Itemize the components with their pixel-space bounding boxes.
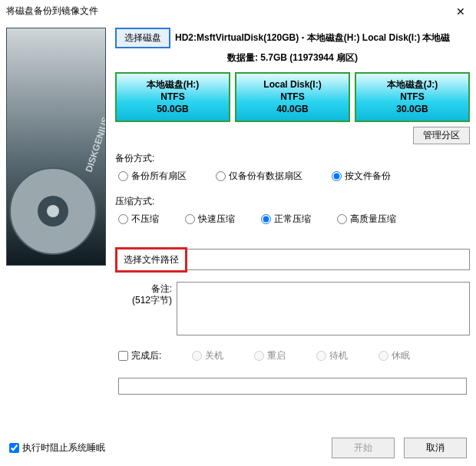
- progress-bar: [118, 378, 467, 395]
- window-title: 将磁盘备份到镜像文件: [6, 5, 451, 18]
- content: DISKGENIUS 选择磁盘 HD2:MsftVirtualDisk(120G…: [0, 23, 476, 395]
- disk-select-row: 选择磁盘 HD2:MsftVirtualDisk(120GB) - 本地磁盘(H…: [115, 28, 470, 48]
- select-path-button[interactable]: 选择文件路径: [115, 247, 187, 273]
- start-button[interactable]: 开始: [332, 438, 395, 458]
- compress-opt-high[interactable]: 高质量压缩: [337, 213, 396, 226]
- disk-illustration-icon: DISKGENIUS: [7, 111, 106, 265]
- partition-size: 30.0GB: [359, 103, 465, 115]
- after-opt-hibernate[interactable]: 休眠: [378, 349, 410, 362]
- backup-opt-data[interactable]: 仅备份有数据扇区: [216, 170, 302, 183]
- cancel-button[interactable]: 取消: [404, 438, 467, 458]
- after-opt-shutdown[interactable]: 关机: [192, 349, 223, 362]
- after-opt-restart[interactable]: 重启: [254, 349, 286, 362]
- after-done-checkbox[interactable]: 完成后:: [118, 349, 161, 362]
- partition-size: 50.0GB: [120, 103, 226, 115]
- partition-name: 本地磁盘(J:): [359, 78, 465, 91]
- remark-label: 备注: (512字节): [115, 282, 177, 335]
- sidebar-image: DISKGENIUS: [6, 28, 106, 266]
- disk-info-text: HD2:MsftVirtualDisk(120GB) - 本地磁盘(H:) Lo…: [175, 31, 450, 45]
- partition-i[interactable]: Local Disk(I:) NTFS 40.0GB: [235, 72, 350, 122]
- after-opt-standby[interactable]: 待机: [316, 349, 348, 362]
- backup-opt-file[interactable]: 按文件备份: [332, 170, 391, 183]
- partition-fs: NTFS: [359, 91, 465, 103]
- remark-textarea[interactable]: [177, 282, 470, 335]
- manage-row: 管理分区: [115, 127, 470, 144]
- compress-mode-label: 压缩方式:: [115, 195, 470, 208]
- remark-row: 备注: (512字节): [115, 282, 470, 335]
- backup-opt-all[interactable]: 备份所有扇区: [118, 170, 187, 183]
- data-size-label: 数据量:: [227, 52, 258, 63]
- close-icon[interactable]: ✕: [451, 5, 470, 18]
- partition-fs: NTFS: [120, 91, 226, 103]
- footer: 执行时阻止系统睡眠 开始 取消: [9, 438, 467, 458]
- compress-opt-normal[interactable]: 正常压缩: [261, 213, 311, 226]
- backup-mode-options: 备份所有扇区 仅备份有数据扇区 按文件备份: [115, 168, 470, 190]
- select-disk-button[interactable]: 选择磁盘: [115, 28, 170, 48]
- partition-bar: 本地磁盘(H:) NTFS 50.0GB Local Disk(I:) NTFS…: [115, 72, 470, 122]
- data-size: 数据量: 5.7GB (11973944 扇区): [115, 51, 470, 64]
- prevent-sleep-checkbox[interactable]: 执行时阻止系统睡眠: [9, 441, 105, 454]
- file-path-row: 选择文件路径: [115, 247, 470, 273]
- compress-mode-options: 不压缩 快速压缩 正常压缩 高质量压缩: [115, 211, 470, 233]
- main-panel: 选择磁盘 HD2:MsftVirtualDisk(120GB) - 本地磁盘(H…: [106, 28, 470, 395]
- compress-opt-fast[interactable]: 快速压缩: [185, 213, 235, 226]
- partition-name: Local Disk(I:): [240, 78, 345, 91]
- partition-h[interactable]: 本地磁盘(H:) NTFS 50.0GB: [115, 72, 230, 122]
- partition-fs: NTFS: [240, 91, 345, 103]
- after-done-row: 完成后: 关机 重启 待机 休眠: [115, 349, 470, 362]
- partition-j[interactable]: 本地磁盘(J:) NTFS 30.0GB: [355, 72, 470, 122]
- data-size-value: 5.7GB (11973944 扇区): [260, 52, 358, 63]
- file-path-input[interactable]: [187, 249, 470, 270]
- title-bar: 将磁盘备份到镜像文件 ✕: [0, 0, 476, 23]
- svg-text:DISKGENIUS: DISKGENIUS: [84, 116, 106, 174]
- backup-mode-label: 备份方式:: [115, 152, 470, 165]
- compress-opt-none[interactable]: 不压缩: [118, 213, 159, 226]
- svg-point-2: [47, 205, 59, 217]
- partition-name: 本地磁盘(H:): [120, 78, 226, 91]
- partition-size: 40.0GB: [240, 103, 345, 115]
- manage-partitions-button[interactable]: 管理分区: [413, 127, 470, 144]
